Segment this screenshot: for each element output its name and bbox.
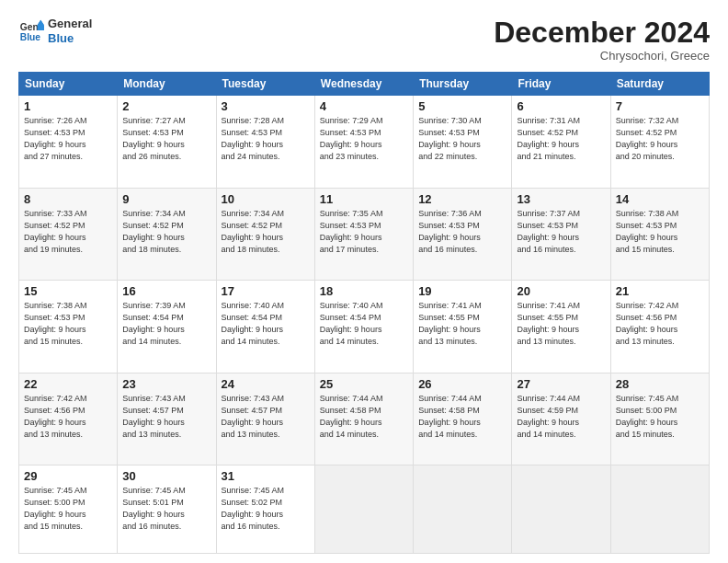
table-row: 5 Sunrise: 7:30 AMSunset: 4:53 PMDayligh… bbox=[414, 96, 512, 188]
day-info: Sunrise: 7:28 AMSunset: 4:53 PMDaylight:… bbox=[222, 115, 310, 163]
day-info: Sunrise: 7:44 AMSunset: 4:59 PMDaylight:… bbox=[517, 393, 605, 441]
day-info: Sunrise: 7:37 AMSunset: 4:53 PMDaylight:… bbox=[517, 208, 605, 256]
table-row: 4 Sunrise: 7:29 AMSunset: 4:53 PMDayligh… bbox=[314, 96, 413, 188]
logo-icon: General Blue bbox=[18, 18, 44, 44]
table-row: 14 Sunrise: 7:38 AMSunset: 4:53 PMDaylig… bbox=[610, 188, 709, 280]
col-thursday: Thursday bbox=[414, 73, 512, 96]
day-info: Sunrise: 7:44 AMSunset: 4:58 PMDaylight:… bbox=[320, 393, 408, 441]
table-row: 26 Sunrise: 7:44 AMSunset: 4:58 PMDaylig… bbox=[414, 373, 512, 465]
col-friday: Friday bbox=[512, 73, 610, 96]
day-info: Sunrise: 7:45 AMSunset: 5:00 PMDaylight:… bbox=[24, 485, 112, 533]
table-row: 10 Sunrise: 7:34 AMSunset: 4:52 PMDaylig… bbox=[216, 188, 314, 280]
table-row: 28 Sunrise: 7:45 AMSunset: 5:00 PMDaylig… bbox=[610, 373, 709, 465]
day-number: 5 bbox=[418, 99, 506, 113]
col-wednesday: Wednesday bbox=[314, 73, 413, 96]
table-row: 23 Sunrise: 7:43 AMSunset: 4:57 PMDaylig… bbox=[118, 373, 216, 465]
table-row: 21 Sunrise: 7:42 AMSunset: 4:56 PMDaylig… bbox=[610, 281, 709, 373]
day-number: 22 bbox=[24, 377, 112, 391]
day-number: 19 bbox=[418, 284, 506, 298]
logo-text-blue: Blue bbox=[48, 31, 92, 46]
day-number: 12 bbox=[418, 192, 506, 206]
day-number: 8 bbox=[24, 192, 112, 206]
day-number: 24 bbox=[222, 377, 310, 391]
table-row: 20 Sunrise: 7:41 AMSunset: 4:55 PMDaylig… bbox=[512, 281, 610, 373]
day-number: 25 bbox=[320, 377, 408, 391]
day-number: 23 bbox=[122, 377, 210, 391]
table-row: 31 Sunrise: 7:45 AMSunset: 5:02 PMDaylig… bbox=[216, 465, 314, 554]
logo: General Blue General Blue bbox=[18, 17, 92, 45]
day-info: Sunrise: 7:45 AMSunset: 5:02 PMDaylight:… bbox=[222, 485, 310, 533]
table-row: 22 Sunrise: 7:42 AMSunset: 4:56 PMDaylig… bbox=[19, 373, 118, 465]
calendar-header-row: Sunday Monday Tuesday Wednesday Thursday… bbox=[19, 73, 710, 96]
table-row: 13 Sunrise: 7:37 AMSunset: 4:53 PMDaylig… bbox=[512, 188, 610, 280]
calendar-location: Chrysochori, Greece bbox=[494, 49, 710, 63]
day-info: Sunrise: 7:32 AMSunset: 4:52 PMDaylight:… bbox=[616, 115, 704, 163]
calendar-table: Sunday Monday Tuesday Wednesday Thursday… bbox=[18, 72, 710, 554]
day-number: 29 bbox=[24, 469, 112, 483]
day-info: Sunrise: 7:29 AMSunset: 4:53 PMDaylight:… bbox=[320, 115, 408, 163]
table-row: 19 Sunrise: 7:41 AMSunset: 4:55 PMDaylig… bbox=[414, 281, 512, 373]
day-info: Sunrise: 7:33 AMSunset: 4:52 PMDaylight:… bbox=[24, 208, 112, 256]
day-info: Sunrise: 7:42 AMSunset: 4:56 PMDaylight:… bbox=[616, 300, 704, 348]
table-row: 27 Sunrise: 7:44 AMSunset: 4:59 PMDaylig… bbox=[512, 373, 610, 465]
day-number: 6 bbox=[517, 99, 605, 113]
calendar-title: December 2024 bbox=[494, 17, 710, 49]
table-row: 29 Sunrise: 7:45 AMSunset: 5:00 PMDaylig… bbox=[19, 465, 118, 554]
day-number: 9 bbox=[122, 192, 210, 206]
day-number: 2 bbox=[122, 99, 210, 113]
day-number: 15 bbox=[24, 284, 112, 298]
svg-text:Blue: Blue bbox=[20, 32, 41, 42]
day-number: 21 bbox=[616, 284, 704, 298]
day-info: Sunrise: 7:30 AMSunset: 4:53 PMDaylight:… bbox=[418, 115, 506, 163]
day-number: 10 bbox=[222, 192, 310, 206]
table-row: 7 Sunrise: 7:32 AMSunset: 4:52 PMDayligh… bbox=[610, 96, 709, 188]
day-info: Sunrise: 7:34 AMSunset: 4:52 PMDaylight:… bbox=[122, 208, 210, 256]
day-number: 31 bbox=[222, 469, 310, 483]
table-row: 11 Sunrise: 7:35 AMSunset: 4:53 PMDaylig… bbox=[314, 188, 413, 280]
col-monday: Monday bbox=[118, 73, 216, 96]
day-number: 7 bbox=[616, 99, 704, 113]
table-row: 9 Sunrise: 7:34 AMSunset: 4:52 PMDayligh… bbox=[118, 188, 216, 280]
table-row: 12 Sunrise: 7:36 AMSunset: 4:53 PMDaylig… bbox=[414, 188, 512, 280]
table-row: 30 Sunrise: 7:45 AMSunset: 5:01 PMDaylig… bbox=[118, 465, 216, 554]
day-number: 13 bbox=[517, 192, 605, 206]
table-row: 6 Sunrise: 7:31 AMSunset: 4:52 PMDayligh… bbox=[512, 96, 610, 188]
day-number: 4 bbox=[320, 99, 408, 113]
day-info: Sunrise: 7:34 AMSunset: 4:52 PMDaylight:… bbox=[222, 208, 310, 256]
table-row bbox=[414, 465, 512, 554]
header: General Blue General Blue December 2024 … bbox=[18, 17, 710, 63]
table-row: 17 Sunrise: 7:40 AMSunset: 4:54 PMDaylig… bbox=[216, 281, 314, 373]
day-info: Sunrise: 7:41 AMSunset: 4:55 PMDaylight:… bbox=[418, 300, 506, 348]
day-info: Sunrise: 7:45 AMSunset: 5:00 PMDaylight:… bbox=[616, 393, 704, 441]
table-row bbox=[314, 465, 413, 554]
day-info: Sunrise: 7:39 AMSunset: 4:54 PMDaylight:… bbox=[122, 300, 210, 348]
day-info: Sunrise: 7:31 AMSunset: 4:52 PMDaylight:… bbox=[517, 115, 605, 163]
day-info: Sunrise: 7:40 AMSunset: 4:54 PMDaylight:… bbox=[320, 300, 408, 348]
table-row bbox=[610, 465, 709, 554]
day-number: 17 bbox=[222, 284, 310, 298]
col-sunday: Sunday bbox=[19, 73, 118, 96]
day-info: Sunrise: 7:43 AMSunset: 4:57 PMDaylight:… bbox=[122, 393, 210, 441]
day-info: Sunrise: 7:41 AMSunset: 4:55 PMDaylight:… bbox=[517, 300, 605, 348]
day-info: Sunrise: 7:44 AMSunset: 4:58 PMDaylight:… bbox=[418, 393, 506, 441]
day-info: Sunrise: 7:43 AMSunset: 4:57 PMDaylight:… bbox=[222, 393, 310, 441]
day-number: 1 bbox=[24, 99, 112, 113]
logo-text-general: General bbox=[48, 17, 92, 31]
table-row: 3 Sunrise: 7:28 AMSunset: 4:53 PMDayligh… bbox=[216, 96, 314, 188]
table-row: 8 Sunrise: 7:33 AMSunset: 4:52 PMDayligh… bbox=[19, 188, 118, 280]
day-number: 20 bbox=[517, 284, 605, 298]
title-block: December 2024 Chrysochori, Greece bbox=[494, 17, 710, 63]
day-number: 28 bbox=[616, 377, 704, 391]
table-row: 18 Sunrise: 7:40 AMSunset: 4:54 PMDaylig… bbox=[314, 281, 413, 373]
col-tuesday: Tuesday bbox=[216, 73, 314, 96]
table-row: 16 Sunrise: 7:39 AMSunset: 4:54 PMDaylig… bbox=[118, 281, 216, 373]
table-row: 2 Sunrise: 7:27 AMSunset: 4:53 PMDayligh… bbox=[118, 96, 216, 188]
day-number: 3 bbox=[222, 99, 310, 113]
day-number: 14 bbox=[616, 192, 704, 206]
table-row: 24 Sunrise: 7:43 AMSunset: 4:57 PMDaylig… bbox=[216, 373, 314, 465]
day-info: Sunrise: 7:38 AMSunset: 4:53 PMDaylight:… bbox=[24, 300, 112, 348]
day-info: Sunrise: 7:40 AMSunset: 4:54 PMDaylight:… bbox=[222, 300, 310, 348]
day-info: Sunrise: 7:45 AMSunset: 5:01 PMDaylight:… bbox=[122, 485, 210, 533]
table-row: 25 Sunrise: 7:44 AMSunset: 4:58 PMDaylig… bbox=[314, 373, 413, 465]
day-info: Sunrise: 7:26 AMSunset: 4:53 PMDaylight:… bbox=[24, 115, 112, 163]
